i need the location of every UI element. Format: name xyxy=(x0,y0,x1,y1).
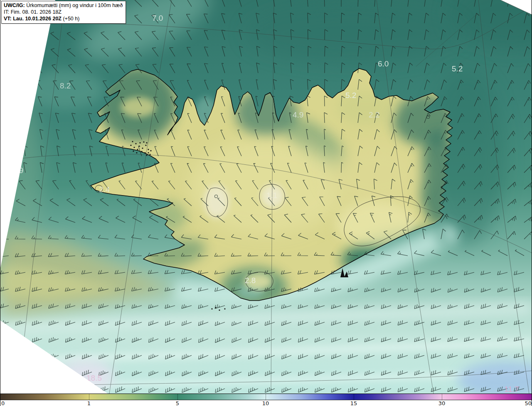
value-label: 4.9 xyxy=(293,110,303,119)
island-speck xyxy=(146,142,147,143)
value-label: 8.2 xyxy=(60,81,71,90)
map-canvas: 7.06.05.28.25.35.24.92.26.92.41.12.818.5… xyxy=(0,0,532,394)
value-label: 11.7 xyxy=(504,385,519,394)
colorbar-tick xyxy=(177,394,178,400)
island-speck xyxy=(211,308,212,309)
value-label: 2.4 xyxy=(99,185,110,194)
weather-map: 7.06.05.28.25.35.24.92.26.92.41.12.818.5… xyxy=(0,0,532,394)
island-speck xyxy=(219,309,220,311)
island-speck xyxy=(136,152,137,153)
value-label: 5.2 xyxy=(452,64,463,73)
colorbar-tick xyxy=(442,394,442,400)
title-line1: UWC/IG: Úrkomumætti (mm) og vindur i 100… xyxy=(4,2,123,9)
colorbar-tick-label: 50 xyxy=(525,400,532,406)
colorbar: 01510153050 xyxy=(0,394,532,406)
colorbar-tick xyxy=(266,394,266,400)
title-line2-init-time: IT: Fim. 08. 01. 2026 18Z xyxy=(4,9,123,15)
island-speck xyxy=(150,150,151,151)
colorbar-tick-label: 30 xyxy=(438,400,446,406)
colorbar-labels: 01510153050 xyxy=(0,400,532,406)
colorbar-tick xyxy=(354,394,354,400)
colorbar-tick-label: 5 xyxy=(176,400,179,406)
title-line3-valid-time: VT: Lau. 10.01.2026 20Z (+50 h) xyxy=(4,15,123,22)
value-label: 1.1 xyxy=(266,191,277,200)
model-id: UWC/IG: xyxy=(4,2,25,8)
value-label: 7.0 xyxy=(152,14,163,22)
value-label: 5.2 xyxy=(345,91,356,100)
island-speck xyxy=(224,308,225,309)
island-speck xyxy=(130,144,131,146)
colorbar-tick-label: 15 xyxy=(350,400,357,406)
island-speck xyxy=(133,147,135,148)
value-label: 6.0 xyxy=(378,59,389,68)
title-box: UWC/IG: Úrkomumætti (mm) og vindur i 100… xyxy=(1,1,126,24)
island-speck xyxy=(135,143,136,144)
colorbar-tick xyxy=(89,394,89,400)
island-speck xyxy=(148,149,149,150)
island-speck xyxy=(132,141,133,142)
island-speck xyxy=(143,141,144,142)
colorbar-tick-label: 0 xyxy=(1,400,5,406)
weather-map-app: 7.06.05.28.25.35.24.92.26.92.41.12.818.5… xyxy=(0,0,532,406)
value-label: 2.8 xyxy=(245,276,256,285)
island-speck xyxy=(145,144,146,146)
island-speck xyxy=(142,147,143,149)
island-speck xyxy=(137,149,138,150)
colorbar-tick-label: 1 xyxy=(87,400,91,406)
island-speck xyxy=(133,150,134,152)
value-label: 2.2 xyxy=(369,110,379,119)
colorbar-tick-label: 10 xyxy=(262,400,269,406)
colorbar-gradient-strip xyxy=(0,394,532,400)
island-speck xyxy=(139,142,140,143)
island-speck xyxy=(148,152,149,153)
